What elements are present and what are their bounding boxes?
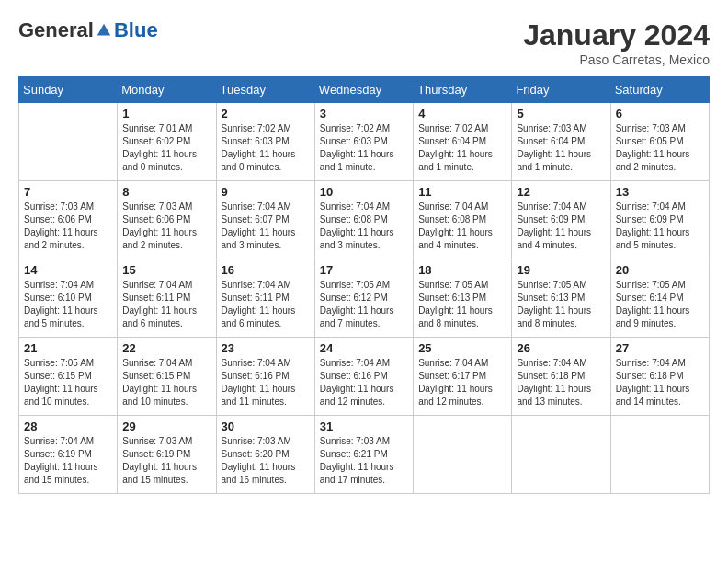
weekday-header-thursday: Thursday [414, 77, 512, 103]
day-info: Sunrise: 7:03 AM Sunset: 6:05 PM Dayligh… [616, 122, 704, 174]
day-info: Sunrise: 7:04 AM Sunset: 6:07 PM Dayligh… [222, 201, 310, 252]
day-info: Sunrise: 7:02 AM Sunset: 6:03 PM Dayligh… [222, 122, 310, 174]
day-number: 2 [222, 107, 310, 121]
day-info: Sunrise: 7:05 AM Sunset: 6:13 PM Dayligh… [418, 279, 506, 330]
day-info: Sunrise: 7:05 AM Sunset: 6:13 PM Dayligh… [517, 279, 605, 330]
weekday-header-sunday: Sunday [19, 77, 118, 103]
calendar-cell: 23Sunrise: 7:04 AM Sunset: 6:16 PM Dayli… [216, 338, 314, 416]
day-info: Sunrise: 7:04 AM Sunset: 6:08 PM Dayligh… [418, 201, 506, 252]
day-number: 31 [320, 419, 408, 433]
logo-general-text: General [18, 18, 94, 42]
calendar-week-5: 28Sunrise: 7:04 AM Sunset: 6:19 PM Dayli… [19, 416, 710, 494]
calendar-cell: 24Sunrise: 7:04 AM Sunset: 6:16 PM Dayli… [314, 338, 413, 416]
day-info: Sunrise: 7:05 AM Sunset: 6:14 PM Dayligh… [616, 279, 704, 330]
day-info: Sunrise: 7:05 AM Sunset: 6:12 PM Dayligh… [320, 279, 408, 330]
day-info: Sunrise: 7:03 AM Sunset: 6:06 PM Dayligh… [122, 201, 210, 252]
day-info: Sunrise: 7:03 AM Sunset: 6:20 PM Dayligh… [222, 435, 310, 487]
calendar-cell: 8Sunrise: 7:03 AM Sunset: 6:06 PM Daylig… [118, 181, 216, 259]
day-number: 11 [418, 185, 506, 199]
calendar-cell: 12Sunrise: 7:04 AM Sunset: 6:09 PM Dayli… [512, 181, 610, 259]
calendar-cell: 25Sunrise: 7:04 AM Sunset: 6:17 PM Dayli… [414, 338, 512, 416]
day-number: 8 [122, 185, 210, 199]
logo-icon [96, 22, 112, 39]
day-info: Sunrise: 7:03 AM Sunset: 6:19 PM Dayligh… [122, 435, 210, 487]
calendar-cell [512, 416, 610, 494]
calendar-cell: 11Sunrise: 7:04 AM Sunset: 6:08 PM Dayli… [414, 181, 512, 259]
weekday-header-tuesday: Tuesday [216, 77, 314, 103]
calendar-cell [610, 416, 709, 494]
calendar-cell: 15Sunrise: 7:04 AM Sunset: 6:11 PM Dayli… [118, 259, 216, 338]
day-info: Sunrise: 7:04 AM Sunset: 6:18 PM Dayligh… [616, 357, 704, 408]
calendar-week-2: 7Sunrise: 7:03 AM Sunset: 6:06 PM Daylig… [19, 181, 710, 259]
page-header: General Blue January 2024 Paso Carretas,… [18, 18, 710, 67]
weekday-header-wednesday: Wednesday [314, 77, 413, 103]
day-number: 12 [517, 185, 605, 199]
calendar-cell: 31Sunrise: 7:03 AM Sunset: 6:21 PM Dayli… [314, 416, 413, 494]
day-number: 30 [222, 419, 310, 433]
svg-marker-0 [97, 24, 110, 36]
day-info: Sunrise: 7:03 AM Sunset: 6:04 PM Dayligh… [517, 122, 605, 174]
calendar-cell: 10Sunrise: 7:04 AM Sunset: 6:08 PM Dayli… [314, 181, 413, 259]
day-number: 29 [122, 419, 210, 433]
month-year-title: January 2024 [523, 18, 710, 52]
day-info: Sunrise: 7:04 AM Sunset: 6:19 PM Dayligh… [24, 435, 112, 487]
calendar-cell: 16Sunrise: 7:04 AM Sunset: 6:11 PM Dayli… [216, 259, 314, 338]
calendar-cell [19, 103, 118, 181]
day-number: 16 [222, 263, 310, 277]
day-number: 19 [517, 263, 605, 277]
logo: General Blue [18, 18, 158, 42]
weekday-header-monday: Monday [118, 77, 216, 103]
day-number: 3 [320, 107, 408, 121]
calendar-cell: 3Sunrise: 7:02 AM Sunset: 6:03 PM Daylig… [314, 103, 413, 181]
calendar-cell: 20Sunrise: 7:05 AM Sunset: 6:14 PM Dayli… [610, 259, 709, 338]
day-info: Sunrise: 7:04 AM Sunset: 6:15 PM Dayligh… [122, 357, 210, 408]
day-info: Sunrise: 7:04 AM Sunset: 6:18 PM Dayligh… [517, 357, 605, 408]
calendar-cell: 6Sunrise: 7:03 AM Sunset: 6:05 PM Daylig… [610, 103, 709, 181]
calendar-cell: 22Sunrise: 7:04 AM Sunset: 6:15 PM Dayli… [118, 338, 216, 416]
day-number: 24 [320, 341, 408, 355]
day-info: Sunrise: 7:01 AM Sunset: 6:02 PM Dayligh… [122, 122, 210, 174]
location-subtitle: Paso Carretas, Mexico [523, 52, 710, 67]
day-number: 20 [616, 263, 704, 277]
calendar-cell: 28Sunrise: 7:04 AM Sunset: 6:19 PM Dayli… [19, 416, 118, 494]
day-number: 23 [222, 341, 310, 355]
day-info: Sunrise: 7:04 AM Sunset: 6:16 PM Dayligh… [222, 357, 310, 408]
calendar-cell: 5Sunrise: 7:03 AM Sunset: 6:04 PM Daylig… [512, 103, 610, 181]
day-number: 26 [517, 341, 605, 355]
day-info: Sunrise: 7:04 AM Sunset: 6:17 PM Dayligh… [418, 357, 506, 408]
day-number: 28 [24, 419, 112, 433]
weekday-header-row: SundayMondayTuesdayWednesdayThursdayFrid… [19, 77, 710, 103]
day-number: 25 [418, 341, 506, 355]
day-number: 4 [418, 107, 506, 121]
day-number: 22 [122, 341, 210, 355]
day-info: Sunrise: 7:04 AM Sunset: 6:10 PM Dayligh… [24, 279, 112, 330]
calendar-cell: 1Sunrise: 7:01 AM Sunset: 6:02 PM Daylig… [118, 103, 216, 181]
day-info: Sunrise: 7:05 AM Sunset: 6:15 PM Dayligh… [24, 357, 112, 408]
calendar-cell: 9Sunrise: 7:04 AM Sunset: 6:07 PM Daylig… [216, 181, 314, 259]
day-info: Sunrise: 7:04 AM Sunset: 6:16 PM Dayligh… [320, 357, 408, 408]
calendar-cell: 14Sunrise: 7:04 AM Sunset: 6:10 PM Dayli… [19, 259, 118, 338]
day-info: Sunrise: 7:04 AM Sunset: 6:09 PM Dayligh… [616, 201, 704, 252]
day-number: 5 [517, 107, 605, 121]
day-number: 15 [122, 263, 210, 277]
day-number: 13 [616, 185, 704, 199]
calendar-cell: 4Sunrise: 7:02 AM Sunset: 6:04 PM Daylig… [414, 103, 512, 181]
day-info: Sunrise: 7:04 AM Sunset: 6:11 PM Dayligh… [222, 279, 310, 330]
day-info: Sunrise: 7:02 AM Sunset: 6:03 PM Dayligh… [320, 122, 408, 174]
calendar-cell: 7Sunrise: 7:03 AM Sunset: 6:06 PM Daylig… [19, 181, 118, 259]
day-number: 21 [24, 341, 112, 355]
weekday-header-saturday: Saturday [610, 77, 709, 103]
day-info: Sunrise: 7:03 AM Sunset: 6:06 PM Dayligh… [24, 201, 112, 252]
calendar-week-1: 1Sunrise: 7:01 AM Sunset: 6:02 PM Daylig… [19, 103, 710, 181]
calendar-cell: 13Sunrise: 7:04 AM Sunset: 6:09 PM Dayli… [610, 181, 709, 259]
calendar-cell [414, 416, 512, 494]
title-block: January 2024 Paso Carretas, Mexico [523, 18, 710, 67]
day-number: 18 [418, 263, 506, 277]
calendar-week-4: 21Sunrise: 7:05 AM Sunset: 6:15 PM Dayli… [19, 338, 710, 416]
day-number: 17 [320, 263, 408, 277]
day-number: 27 [616, 341, 704, 355]
calendar-cell: 19Sunrise: 7:05 AM Sunset: 6:13 PM Dayli… [512, 259, 610, 338]
day-info: Sunrise: 7:04 AM Sunset: 6:09 PM Dayligh… [517, 201, 605, 252]
weekday-header-friday: Friday [512, 77, 610, 103]
logo-blue-text: Blue [114, 18, 158, 42]
